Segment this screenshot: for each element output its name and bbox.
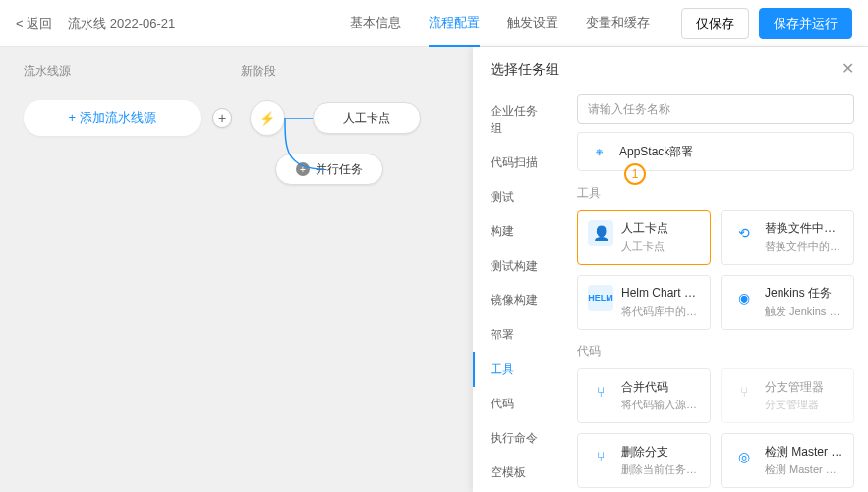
sidebar-item-testbuild[interactable]: 测试构建 — [473, 249, 563, 283]
delete-branch-icon: ⑂ — [588, 444, 613, 469]
section-tools: 工具 — [577, 185, 854, 202]
page-title: 流水线 2022-06-21 — [68, 15, 175, 32]
sidebar-item-enterprise[interactable]: 企业任务组 — [473, 94, 563, 146]
sidebar-item-empty[interactable]: 空模板 — [473, 456, 563, 490]
sidebar-item-deploy[interactable]: 部署 — [473, 318, 563, 352]
appstack-icon: ⎈ — [588, 141, 609, 162]
panel-sidebar: 企业任务组 代码扫描 测试 构建 测试构建 镜像构建 部署 工具 代码 执行命令… — [473, 47, 563, 492]
node-manual[interactable]: 人工卡点 — [313, 102, 421, 134]
sidebar-item-tools[interactable]: 工具 — [473, 352, 563, 387]
card-helm[interactable]: HELM Helm Chart 上...将代码库中的 Hel... — [577, 275, 711, 330]
add-source-button[interactable]: + 添加流水线源 — [24, 100, 201, 136]
card-detect[interactable]: ◎ 检测 Master 分...检测 Master 分支... — [721, 433, 854, 488]
tab-vars[interactable]: 变量和缓存 — [586, 0, 650, 47]
card-jenkins[interactable]: ◉ Jenkins 任务触发 Jenkins 任务 — [721, 275, 854, 330]
save-run-button[interactable]: 保存并运行 — [759, 8, 852, 39]
sidebar-item-image[interactable]: 镜像构建 — [473, 283, 563, 318]
tab-basic[interactable]: 基本信息 — [350, 0, 401, 47]
appstack-label: AppStack部署 — [619, 144, 693, 160]
node-parallel[interactable]: + 并行任务 — [275, 154, 383, 185]
sidebar-item-code[interactable]: 代码 — [473, 387, 563, 421]
tab-process[interactable]: 流程配置 — [429, 0, 480, 47]
card-replace[interactable]: ⟲ 替换文件中的环...替换文件中的环境... — [721, 210, 854, 265]
col-stage: 新阶段 — [241, 63, 276, 80]
back-button[interactable]: < 返回 — [16, 15, 52, 32]
col-source: 流水线源 — [24, 63, 71, 80]
trigger-icon[interactable]: ⚡ — [250, 100, 285, 136]
card-appstack[interactable]: ⎈ AppStack部署 — [577, 132, 854, 171]
step-badge-1: 1 — [624, 163, 646, 185]
tab-trigger[interactable]: 触发设置 — [507, 0, 558, 47]
sidebar-item-test[interactable]: 测试 — [473, 180, 563, 215]
detect-icon: ◎ — [731, 444, 757, 469]
close-icon[interactable]: ✕ — [841, 59, 854, 78]
sidebar-item-exec[interactable]: 执行命令 — [473, 421, 563, 456]
save-only-button[interactable]: 仅保存 — [681, 8, 749, 39]
helm-icon: HELM — [588, 285, 613, 311]
replace-icon: ⟲ — [731, 220, 757, 246]
person-icon: 👤 — [588, 220, 613, 246]
sidebar-item-build[interactable]: 构建 — [473, 215, 563, 249]
canvas: 流水线源 新阶段 + 添加流水线源 + ⚡ 人工卡点 + 并行任务 选择任务组 … — [0, 47, 868, 492]
task-panel: 选择任务组 ✕ 企业任务组 代码扫描 测试 构建 测试构建 镜像构建 部署 工具… — [473, 47, 868, 492]
card-delete[interactable]: ⑂ 删除分支删除当前任务执行... — [577, 433, 711, 488]
card-merge[interactable]: ⑂ 合并代码将代码输入源中指... — [577, 368, 711, 423]
merge-icon: ⑂ — [588, 379, 613, 404]
sidebar-item-scan[interactable]: 代码扫描 — [473, 146, 563, 180]
panel-title: 选择任务组 — [491, 61, 559, 79]
card-manual[interactable]: 👤 人工卡点人工卡点 — [577, 210, 711, 265]
card-branch: ⑂ 分支管理器分支管理器 — [721, 368, 854, 423]
section-code: 代码 — [577, 343, 854, 360]
plus-icon: + — [296, 162, 310, 176]
add-stage-button[interactable]: + — [212, 108, 232, 128]
tabs: 基本信息 流程配置 触发设置 变量和缓存 — [350, 0, 650, 47]
search-input[interactable]: 请输入任务名称 — [577, 94, 854, 124]
jenkins-icon: ◉ — [731, 285, 757, 311]
branch-icon: ⑂ — [731, 379, 757, 404]
node-parallel-label: 并行任务 — [316, 161, 363, 178]
